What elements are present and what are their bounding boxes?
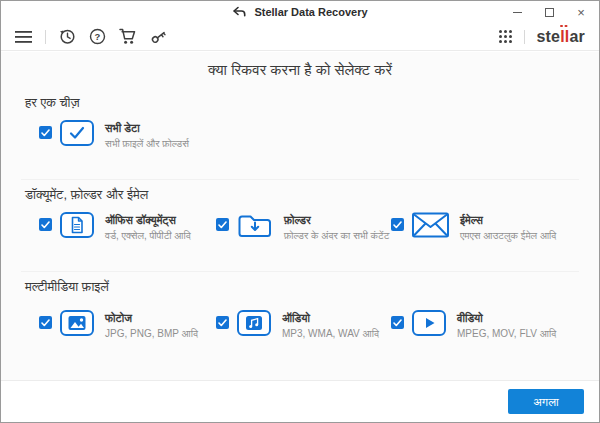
checkbox-office-documents[interactable]: [39, 218, 52, 231]
section-title-everything: हर एक चीज़: [25, 95, 80, 111]
cart-icon[interactable]: [119, 28, 137, 45]
window-title: Stellar Data Recovery: [254, 6, 367, 18]
item-sublabel: एमएस आउटलुक ईमेल आदि: [460, 229, 556, 243]
item-emails[interactable]: ईमेल्स एमएस आउटलुक ईमेल आदि: [391, 212, 556, 242]
checkbox-photos[interactable]: [39, 316, 52, 329]
item-sublabel: वर्ड, एक्सेल, पीपीटी आदि: [105, 229, 191, 243]
item-label: ऑफिस डॉक्यूमेंट्स: [105, 213, 191, 228]
checkbox-all-data[interactable]: [39, 126, 52, 139]
close-button[interactable]: ×: [565, 1, 597, 23]
back-arrow-icon[interactable]: [232, 6, 247, 18]
title-bar: Stellar Data Recovery ×: [1, 1, 599, 23]
item-audio[interactable]: ऑडियो MP3, WMA, WAV आदि: [216, 310, 379, 340]
item-label: सभी डेटा: [105, 121, 189, 136]
section-title-documents: डॉक्यूमेंट, फ़ोल्डर और ईमेल: [25, 187, 148, 203]
item-sublabel: JPG, PNG, BMP आदि: [105, 327, 198, 341]
maximize-button[interactable]: [533, 1, 565, 23]
page-title: क्या रिकवर करना है को सेलेक्ट करें: [1, 52, 599, 79]
all-data-check-icon: [60, 120, 94, 146]
item-video[interactable]: वीडियो MPEG, MOV, FLV आदि: [391, 310, 556, 340]
toolbar: ?: [1, 23, 599, 51]
item-label: वीडियो: [457, 311, 556, 326]
next-button[interactable]: अगला: [508, 389, 584, 414]
history-icon[interactable]: [59, 28, 76, 45]
stellar-logo: stellar: [536, 28, 585, 46]
svg-text:?: ?: [95, 31, 101, 42]
item-sublabel: MPEG, MOV, FLV आदि: [457, 327, 556, 341]
footer-bar: अगला: [1, 380, 599, 422]
content-area: क्या रिकवर करना है को सेलेक्ट करें हर एक…: [1, 52, 599, 380]
toolbar-separator: [524, 30, 525, 44]
item-photos[interactable]: फोटोज JPG, PNG, BMP आदि: [39, 310, 198, 340]
checkbox-folder[interactable]: [216, 218, 229, 231]
checkbox-video[interactable]: [391, 316, 404, 329]
section-divider: [21, 271, 579, 272]
help-icon[interactable]: ?: [89, 28, 106, 45]
minimize-button[interactable]: [501, 1, 533, 23]
item-label: ऑडियो: [282, 311, 379, 326]
app-window: Stellar Data Recovery ×: [0, 0, 600, 423]
toolbar-separator: [45, 30, 46, 44]
folder-download-icon: [237, 212, 273, 239]
checkbox-audio[interactable]: [216, 316, 229, 329]
section-title-multimedia: मल्टीमीडिया फ़ाइलें: [25, 279, 109, 295]
key-icon[interactable]: [150, 28, 168, 45]
item-office-documents[interactable]: ऑफिस डॉक्यूमेंट्स वर्ड, एक्सेल, पीपीटी आ…: [39, 212, 191, 242]
video-play-icon: [412, 310, 446, 336]
envelope-icon: [412, 212, 449, 238]
item-all-data[interactable]: सभी डेटा सभी फ़ाइलें और फ़ोल्डर्स: [39, 120, 189, 150]
item-label: फोटोज: [105, 311, 198, 326]
item-label: फ़ोल्डर: [284, 213, 389, 228]
item-folder[interactable]: फ़ोल्डर फ़ोल्डर के अंदर का सभी कंटेंट: [216, 212, 389, 242]
item-sublabel: MP3, WMA, WAV आदि: [282, 327, 379, 341]
item-sublabel: सभी फ़ाइलें और फ़ोल्डर्स: [105, 137, 189, 151]
audio-note-icon: [237, 310, 271, 336]
document-icon: [60, 212, 94, 238]
apps-grid-icon[interactable]: [498, 29, 513, 44]
photo-icon: [60, 310, 94, 336]
section-divider: [21, 179, 579, 180]
item-label: ईमेल्स: [460, 213, 556, 228]
menu-icon[interactable]: [15, 30, 32, 44]
item-sublabel: फ़ोल्डर के अंदर का सभी कंटेंट: [284, 229, 389, 243]
checkbox-emails[interactable]: [391, 218, 404, 231]
